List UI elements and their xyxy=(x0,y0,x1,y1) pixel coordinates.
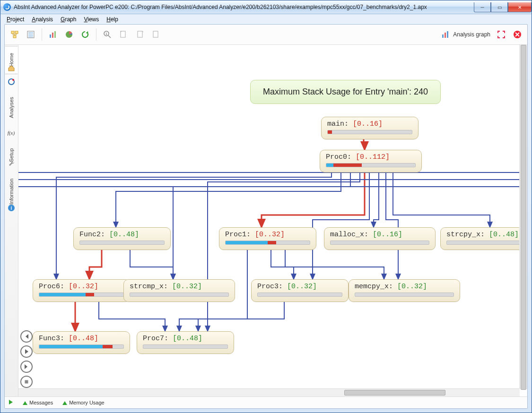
graph-node-strcpyx[interactable]: strcpy_x: [0..48] xyxy=(440,227,520,250)
titlebar: AbsInt Advanced Analyzer for PowerPC e20… xyxy=(0,0,532,14)
svg-rect-4 xyxy=(50,34,51,38)
horizontal-scrollbar[interactable] xyxy=(18,388,520,396)
function-icon: f(x) xyxy=(8,130,15,136)
stack-usage-banner: Maximum Stack Usage for Entry 'main': 24… xyxy=(250,80,441,104)
barchart-icon xyxy=(441,30,450,39)
menubar: Project Analysis Graph Views Help xyxy=(0,14,532,25)
run-indicator[interactable] xyxy=(9,400,13,405)
menu-help[interactable]: Help xyxy=(103,15,122,24)
svg-rect-5 xyxy=(52,33,53,38)
vertical-scrollbar[interactable] xyxy=(519,45,527,389)
info-icon: i xyxy=(8,204,15,212)
toolbar-refresh-button[interactable] xyxy=(78,27,92,42)
graph-node-strcmpx[interactable]: strcmp_x: [0..32] xyxy=(123,279,235,302)
graph-node-mallocx[interactable]: malloc_x: [0..16] xyxy=(324,227,436,250)
graph-node-func2[interactable]: Func2: [0..48] xyxy=(73,227,171,250)
graph-viewport[interactable]: Maximum Stack Usage for Entry 'main': 24… xyxy=(18,45,527,396)
toolbar-page-next-button[interactable] xyxy=(132,27,147,42)
graph-node-memcpyx[interactable]: memcpy_x: [0..32] xyxy=(349,279,460,302)
wrench-icon xyxy=(8,160,15,167)
graph-node-func3[interactable]: Func3: [0..48] xyxy=(33,331,130,354)
side-tab-analyses[interactable]: Analyses xyxy=(5,89,18,125)
svg-text:1: 1 xyxy=(105,32,107,35)
menu-project[interactable]: Project xyxy=(3,15,27,24)
toolbar-fullscreen-button[interactable] xyxy=(494,27,508,42)
toolbar-close-button[interactable] xyxy=(510,27,524,42)
svg-rect-1 xyxy=(15,31,18,34)
toolbar-page-prev-button[interactable] xyxy=(116,27,131,42)
toolbar-zoom-reset-button[interactable]: 1 xyxy=(100,27,114,42)
window-close-button[interactable]: ✕ xyxy=(508,2,532,12)
side-tab-strip: Home Analyses f(x) Setup Information i xyxy=(5,45,18,396)
analysis-graph-label: Analysis graph xyxy=(453,31,490,38)
svg-rect-13 xyxy=(442,34,444,38)
graph-node-main[interactable]: main: [0..16] xyxy=(321,117,419,139)
svg-rect-2 xyxy=(13,35,16,38)
play-step-forward-button[interactable] xyxy=(20,361,33,373)
toolbar-flowchart-button[interactable] xyxy=(8,27,22,42)
menu-views[interactable]: Views xyxy=(80,15,102,24)
svg-text:i: i xyxy=(10,206,12,211)
status-messages[interactable]: Messages xyxy=(23,400,53,405)
side-tab-setup[interactable]: Setup xyxy=(5,140,18,170)
svg-rect-11 xyxy=(138,31,142,37)
svg-point-18 xyxy=(12,79,14,81)
minimize-button[interactable]: ─ xyxy=(474,2,491,12)
triangle-up-icon xyxy=(23,401,27,405)
svg-rect-15 xyxy=(447,31,448,38)
svg-rect-14 xyxy=(445,33,446,38)
svg-rect-21 xyxy=(25,380,28,384)
analysis-graph-indicator[interactable]: Analysis graph xyxy=(441,30,490,39)
side-tab-information[interactable]: Information i xyxy=(5,170,18,214)
graph-node-proc7[interactable]: Proc7: [0..48] xyxy=(137,331,234,354)
play-button[interactable] xyxy=(20,345,33,358)
toolbar-barchart-button[interactable] xyxy=(46,27,60,42)
play-step-back-button[interactable] xyxy=(20,330,33,343)
window-title: AbsInt Advanced Analyzer for PowerPC e20… xyxy=(14,4,474,10)
side-tab-logo[interactable] xyxy=(5,74,18,89)
home-icon xyxy=(8,64,15,72)
side-tab-function[interactable]: f(x) xyxy=(5,125,18,140)
statusbar: Messages Memory Usage xyxy=(5,396,527,408)
graph-node-proc3[interactable]: Proc3: [0..32] xyxy=(251,279,349,302)
graph-node-proc6[interactable]: Proc6: [0..32] xyxy=(33,279,130,302)
triangle-up-icon xyxy=(62,401,67,405)
absint-logo-icon xyxy=(8,78,15,86)
toolbar-piechart-button[interactable] xyxy=(62,27,76,42)
svg-rect-10 xyxy=(121,31,125,37)
toolbar-page-blank-button[interactable] xyxy=(148,27,163,42)
menu-analysis[interactable]: Analysis xyxy=(28,15,56,24)
toolbar: 1 Analysis graph xyxy=(5,25,527,45)
graph-node-proc1[interactable]: Proc1: [0..32] xyxy=(219,227,316,250)
menu-graph[interactable]: Graph xyxy=(57,15,79,24)
graph-node-proc0[interactable]: Proc0: [0..112] xyxy=(320,150,422,172)
stop-button[interactable] xyxy=(20,376,33,388)
maximize-button[interactable]: ▭ xyxy=(491,2,508,12)
playback-controls xyxy=(20,330,32,388)
side-tab-home[interactable]: Home xyxy=(5,46,18,74)
app-icon xyxy=(3,3,11,11)
toolbar-list-button[interactable] xyxy=(24,27,38,42)
svg-rect-0 xyxy=(11,31,14,34)
status-memory-usage[interactable]: Memory Usage xyxy=(62,400,105,405)
svg-rect-6 xyxy=(54,31,56,38)
svg-rect-12 xyxy=(153,31,158,37)
